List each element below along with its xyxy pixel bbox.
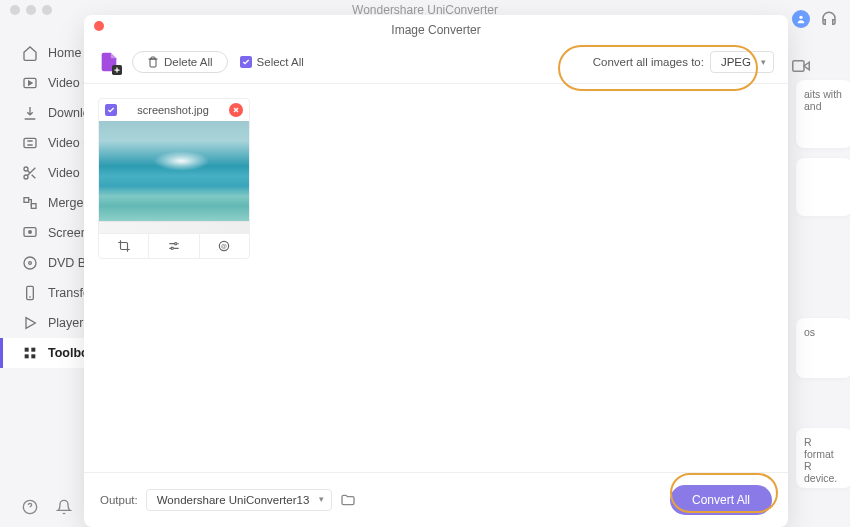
svg-point-3 (24, 175, 28, 179)
svg-rect-14 (25, 354, 29, 358)
maximize-window-icon[interactable] (42, 5, 52, 15)
image-thumbnail-card[interactable]: screenshot.jpg @ Crop (98, 98, 250, 259)
close-window-icon[interactable] (10, 5, 20, 15)
merge-icon (22, 195, 38, 211)
thumbnail-image (99, 121, 249, 221)
output-label: Output: (100, 494, 138, 506)
background-card: R formatR device. (796, 428, 850, 488)
panel-close-icon[interactable] (94, 21, 104, 31)
watermark-button[interactable]: @ (199, 234, 249, 258)
download-icon (22, 105, 38, 121)
delete-all-label: Delete All (164, 56, 213, 68)
play-icon (22, 315, 38, 331)
svg-point-21 (175, 243, 177, 245)
traffic-lights (10, 5, 52, 15)
sidebar-item-label: Home (48, 46, 81, 60)
svg-marker-11 (26, 318, 35, 329)
background-card: aits withand (796, 80, 850, 148)
scissors-icon (22, 165, 38, 181)
toolbar: Delete All Select All Convert all images… (84, 45, 788, 84)
svg-point-9 (29, 262, 32, 265)
user-avatar-icon[interactable] (792, 10, 810, 28)
open-folder-icon[interactable] (340, 492, 356, 508)
home-icon (22, 45, 38, 61)
sidebar-item-label: Player (48, 316, 83, 330)
camera-icon[interactable] (792, 57, 810, 75)
adjust-button[interactable] (148, 234, 198, 258)
background-card (796, 158, 850, 216)
background-card: os (796, 318, 850, 378)
output-path-select[interactable]: Wondershare UniConverter13 (146, 489, 333, 511)
svg-rect-15 (31, 354, 35, 358)
output-path-value: Wondershare UniConverter13 (157, 494, 310, 506)
trash-icon (147, 56, 159, 68)
output-format-select[interactable]: JPEG (710, 51, 774, 73)
add-file-icon[interactable] (98, 51, 120, 73)
help-icon[interactable] (22, 499, 38, 515)
svg-point-22 (171, 247, 173, 249)
crop-button[interactable] (99, 234, 148, 258)
video-convert-icon (22, 75, 38, 91)
svg-rect-5 (31, 204, 36, 209)
watermark-icon: @ (217, 239, 231, 253)
thumbnail-filename: screenshot.jpg (123, 104, 223, 116)
bell-icon[interactable] (56, 499, 72, 515)
checkbox-checked-icon (240, 56, 252, 68)
svg-rect-1 (24, 138, 36, 147)
minimize-window-icon[interactable] (26, 5, 36, 15)
image-converter-panel: Image Converter Delete All Select All C (84, 15, 788, 527)
svg-point-7 (29, 231, 32, 234)
svg-rect-4 (24, 198, 29, 203)
sliders-icon (167, 239, 181, 253)
panel-footer: Output: Wondershare UniConverter13 Conve… (84, 472, 788, 527)
crop-icon (117, 239, 131, 253)
compress-icon (22, 135, 38, 151)
panel-title: Image Converter (84, 21, 788, 45)
select-all-checkbox[interactable]: Select All (240, 56, 304, 68)
svg-rect-12 (25, 348, 29, 352)
svg-rect-20 (793, 61, 804, 72)
svg-text:@: @ (221, 243, 227, 249)
svg-point-18 (799, 16, 802, 19)
toolbox-icon (22, 345, 38, 361)
remove-thumbnail-icon[interactable] (229, 103, 243, 117)
format-value: JPEG (721, 56, 751, 68)
select-all-label: Select All (257, 56, 304, 68)
sidebar-item-label: Merger (48, 196, 88, 210)
convert-all-button[interactable]: Convert All (670, 485, 772, 515)
svg-point-2 (24, 167, 28, 171)
svg-rect-13 (31, 348, 35, 352)
support-icon[interactable] (820, 10, 838, 28)
screen-record-icon (22, 225, 38, 241)
thumbnail-grid: screenshot.jpg @ Crop (84, 84, 788, 472)
convert-to-label: Convert all images to: (593, 56, 704, 68)
svg-point-8 (24, 257, 36, 269)
thumbnail-info-bar (99, 221, 249, 233)
thumbnail-checkbox[interactable] (105, 104, 117, 116)
transfer-icon (22, 285, 38, 301)
disc-icon (22, 255, 38, 271)
delete-all-button[interactable]: Delete All (132, 51, 228, 73)
